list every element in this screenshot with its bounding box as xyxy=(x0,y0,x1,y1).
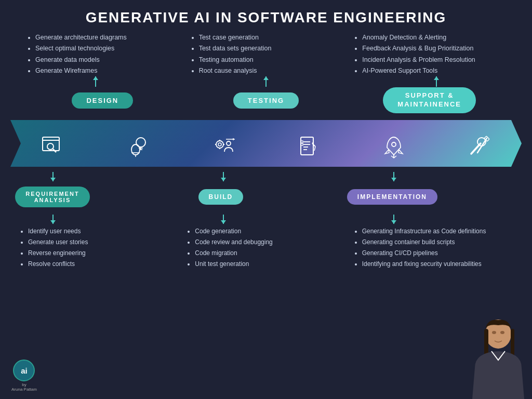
bullet-item: Identifying and fixing security vulnerab… xyxy=(362,259,512,270)
stage-build xyxy=(181,123,266,169)
wrench-screwdriver-icon xyxy=(465,132,494,161)
svg-point-2 xyxy=(47,143,54,150)
pipeline-row xyxy=(0,115,532,172)
support-up-arrow xyxy=(351,76,522,87)
design-label: DESIGN xyxy=(72,92,133,109)
support-label: SUPPORT &MAINTAINENCE xyxy=(383,87,476,113)
build-down-arrow xyxy=(181,172,266,181)
svg-point-17 xyxy=(227,141,231,145)
support-label-container: SUPPORT &MAINTAINENCE xyxy=(348,87,511,114)
svg-point-40 xyxy=(492,331,496,334)
bullet-item: Code generation xyxy=(195,226,345,237)
spacer-1 xyxy=(96,215,181,224)
req-bullets-col: Identify user needsGenerate user stories… xyxy=(16,226,182,270)
bullet-item: Code review and debugging xyxy=(195,237,345,248)
bullet-item: Generate data models xyxy=(35,55,179,65)
bullet-item: Unit test generation xyxy=(195,259,345,270)
build-label-container: BUILD xyxy=(179,189,263,205)
testing-no-arrow xyxy=(266,172,351,181)
bullet-item: Generating container build scripts xyxy=(362,237,512,248)
top-bullet-section: Generate architecture diagramsSelect opt… xyxy=(0,32,532,76)
bullet-item: Testing automation xyxy=(199,55,343,65)
rocket-icon xyxy=(380,132,408,161)
gears-person-icon xyxy=(209,132,238,161)
req-down-arrow xyxy=(10,172,96,181)
svg-rect-26 xyxy=(301,141,303,143)
person-svg xyxy=(459,316,527,399)
spacer-2 xyxy=(266,215,351,224)
build-bullets-col: Code generationCode review and debugging… xyxy=(182,226,349,270)
bottom-label-row: REQUIREMENTANALYSIS BUILD IMPLEMENTATION xyxy=(0,181,532,212)
impl-label: IMPLEMENTATION xyxy=(347,189,437,205)
stage-requirement xyxy=(10,123,96,169)
svg-rect-27 xyxy=(301,143,303,145)
top-label-row: DESIGN TESTING SUPPORT &MAINTAINENCE xyxy=(0,87,532,114)
bullet-item: Incident Analysis & Problem Resolution xyxy=(362,55,506,65)
support-no-arrow xyxy=(436,172,522,181)
testing-label: TESTING xyxy=(233,92,299,109)
ai-badge: ai xyxy=(13,360,35,381)
bullet-item: Test data sets generation xyxy=(199,43,343,54)
bullet-item: Select optimal technologies xyxy=(35,43,179,54)
stage-testing xyxy=(266,123,351,169)
spacer-3 xyxy=(436,215,522,224)
bullet-item: Generate user stories xyxy=(28,237,178,248)
ai-logo: ai byAruna Pattam xyxy=(11,360,37,392)
bullet-item: Generate architecture diagrams xyxy=(35,32,179,43)
person-image xyxy=(459,316,527,399)
author-name: byAruna Pattam xyxy=(11,382,37,392)
svg-point-41 xyxy=(500,331,504,334)
req-label: REQUIREMENTANALYSIS xyxy=(15,187,89,207)
svg-rect-39 xyxy=(511,329,514,357)
impl-down-arrow xyxy=(351,172,436,181)
design-no-arrow xyxy=(96,172,181,181)
design-label-container: DESIGN xyxy=(21,87,184,114)
build-down-arrow-2 xyxy=(181,215,266,224)
bullet-item: Resolve conflicts xyxy=(28,259,178,270)
impl-bullets-col: Generating Infrastructure as Code defini… xyxy=(350,226,516,270)
bullet-item: Generating CI/CD pipelines xyxy=(362,248,512,259)
support-bullets: Anomaly Detection & AlertingFeedback Ana… xyxy=(348,32,511,76)
bullet-item: Code migration xyxy=(195,248,345,259)
bullet-item: Test case generation xyxy=(199,32,343,43)
impl-down-arrow-2 xyxy=(351,215,436,224)
testing-up-arrow xyxy=(181,76,351,87)
design-up-arrow xyxy=(10,76,181,87)
lightbulb-head-icon xyxy=(124,132,153,161)
stage-support xyxy=(436,123,522,169)
top-up-arrows xyxy=(0,76,532,87)
page-title: GENERATIVE AI IN SOFTWARE ENGINEERING xyxy=(0,0,532,32)
bottom-down-arrows xyxy=(0,172,532,181)
svg-point-31 xyxy=(392,142,396,147)
search-window-icon xyxy=(39,132,68,161)
bullet-item: Generating Infrastructure as Code defini… xyxy=(362,226,512,237)
svg-point-8 xyxy=(131,144,140,155)
svg-point-11 xyxy=(216,141,223,148)
bullet-item: Root cause analysis xyxy=(199,65,343,76)
testing-label-container: TESTING xyxy=(184,87,348,114)
bullet-item: Anomaly Detection & Alerting xyxy=(362,32,506,43)
bullet-item: Feedback Analysis & Bug Prioritization xyxy=(362,43,506,54)
impl-label-container: IMPLEMENTATION xyxy=(347,189,437,205)
req-label-container: REQUIREMENTANALYSIS xyxy=(10,187,95,207)
pipeline-stages xyxy=(10,123,522,169)
bullet-item: Identify user needs xyxy=(28,226,178,237)
svg-line-29 xyxy=(314,147,315,151)
bottom-down-arrows-2 xyxy=(0,215,532,224)
checklist-pencil-icon xyxy=(295,132,323,161)
bullet-item: Generate Wireframes xyxy=(35,65,179,76)
stage-implementation xyxy=(351,123,436,169)
bullet-item: Reverse engineering xyxy=(28,248,178,259)
svg-point-4 xyxy=(136,138,145,147)
svg-rect-21 xyxy=(301,137,313,155)
req-down-arrow-2 xyxy=(10,215,96,224)
stage-design xyxy=(96,123,181,169)
build-label: BUILD xyxy=(198,189,244,205)
svg-point-12 xyxy=(218,143,221,146)
testing-bullets: Test case generationTest data sets gener… xyxy=(184,32,348,76)
design-bullets: Generate architecture diagramsSelect opt… xyxy=(21,32,184,76)
bottom-bullets-section: Identify user needsGenerate user stories… xyxy=(0,224,532,270)
bullet-item: AI-Powered Support Tools xyxy=(362,65,506,76)
